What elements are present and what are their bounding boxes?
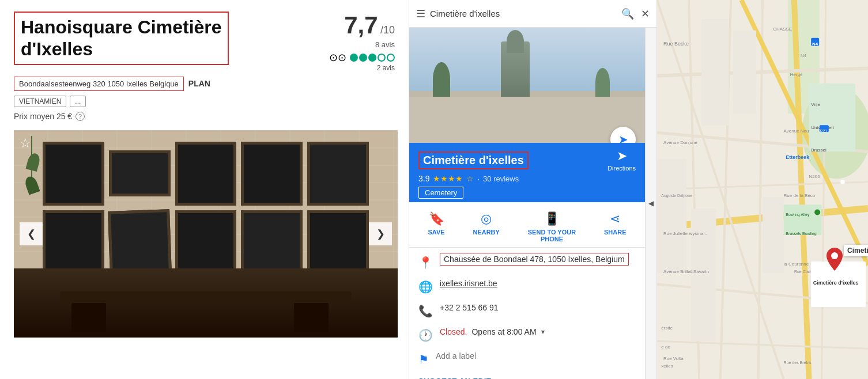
phone-detail-row: 📞 +32 2 515 66 91 — [418, 303, 636, 318]
svg-rect-36 — [809, 84, 856, 151]
clock-icon: 🕐 — [418, 328, 433, 342]
tree-right — [595, 68, 610, 97]
send-phone-icon: 📱 — [544, 211, 560, 226]
map-pin-label: Cimetière d'ixelles — [844, 245, 868, 256]
phone-icon: 📞 — [418, 304, 433, 318]
table-area — [14, 268, 398, 338]
svg-rect-20 — [763, 197, 784, 273]
place-name-box: Cimetière d'ixelles — [418, 151, 529, 169]
rating-block: 7,7 /10 8 avis ⊙⊙ 2 avis — [320, 12, 395, 130]
svg-rect-16 — [701, 19, 729, 125]
reviews-row: 3.9 ★★★★ ☆ · 30 reviews — [418, 174, 636, 183]
website-link[interactable]: ixelles.irisnet.be — [440, 279, 497, 288]
favorite-star-icon[interactable]: ☆ — [20, 136, 31, 151]
svg-text:Auguste Delpone: Auguste Delpone — [661, 194, 692, 198]
rating-avis: 8 avis — [320, 40, 395, 49]
hamburger-menu-icon[interactable]: ☰ — [416, 7, 425, 20]
maps-search-input[interactable] — [430, 9, 617, 18]
directions-label: Directions — [607, 165, 636, 172]
send-to-phone-button[interactable]: 📱 SEND TO YOUR PHONE — [528, 211, 576, 242]
share-icon: ⋖ — [610, 211, 620, 226]
nearby-icon: ◎ — [481, 211, 492, 226]
google-maps-panel: ☰ 🔍 ✕ — [409, 0, 657, 379]
svg-text:e de: e de — [661, 344, 670, 350]
hours-chevron-icon[interactable]: ▾ — [541, 328, 545, 336]
hotel-title: Hanoisquare Cimetière d'Ixelles — [21, 16, 222, 60]
nearby-label: NEARBY — [473, 229, 499, 236]
map-pin[interactable]: Cimetière d'ixelles — [827, 248, 843, 273]
hotel-title-box: Hanoisquare Cimetière d'Ixelles — [14, 12, 229, 65]
add-label-text[interactable]: Add a label — [436, 351, 476, 361]
frame-7 — [108, 209, 172, 275]
save-label: SAVE — [428, 229, 444, 236]
svg-text:la Couronne: la Couronne — [784, 261, 809, 267]
tag-vietnamien[interactable]: VIETNAMIEN — [14, 96, 66, 107]
svg-text:érsite: érsite — [661, 325, 673, 331]
svg-text:Rue de la Beco: Rue de la Beco — [784, 193, 816, 198]
place-rating: 3.9 — [418, 174, 429, 183]
rating-denom: /10 — [380, 24, 395, 36]
save-icon: 🔖 — [429, 211, 444, 226]
prev-photo-button[interactable]: ❮ — [20, 222, 43, 245]
hours-closed: Closed. — [440, 327, 467, 336]
svg-rect-19 — [691, 209, 716, 341]
svg-text:xelles: xelles — [661, 363, 673, 369]
ta-avis: 2 avis — [320, 64, 395, 72]
svg-text:Etterbeek: Etterbeek — [786, 154, 810, 160]
globe-icon: 🌐 — [418, 280, 433, 294]
ta-circle-4 — [378, 54, 386, 62]
next-photo-button[interactable]: ❯ — [369, 222, 392, 245]
info-icon[interactable]: ? — [76, 112, 85, 121]
directions-area[interactable]: ➤ Directions — [607, 149, 636, 172]
place-name: Cimetière d'ixelles — [423, 154, 524, 166]
ground — [409, 91, 645, 143]
half-star-icon: ☆ — [466, 174, 474, 183]
svg-text:N4: N4 — [801, 53, 807, 58]
hours-text: Closed. Opens at 8:00 AM ▾ — [440, 327, 545, 336]
category-tag-row: Cemetery — [418, 183, 636, 199]
svg-point-53 — [840, 180, 845, 184]
map-svg: Rue Becke CHASSE N4 Avenue Donjone Augus… — [657, 0, 868, 379]
tree-left — [433, 62, 450, 97]
frame-5 — [307, 142, 369, 206]
hours-opens: Opens at 8:00 AM — [471, 327, 536, 336]
save-button[interactable]: 🔖 SAVE — [428, 211, 444, 242]
frame-1 — [43, 142, 104, 206]
restaurant-photo — [14, 130, 398, 338]
maps-search-icon[interactable]: 🔍 — [621, 7, 634, 20]
maps-close-icon[interactable]: ✕ — [641, 7, 650, 20]
svg-text:Hergé: Hergé — [790, 72, 803, 77]
collapse-panel-button[interactable]: ◀ — [645, 28, 656, 379]
tripadvisor-logo: ⊙⊙ — [329, 51, 346, 64]
tags-row: VIETNAMIEN ... — [14, 96, 308, 107]
svg-text:Rue Becke: Rue Becke — [663, 41, 689, 47]
map-panel[interactable]: Rue Becke CHASSE N4 Avenue Donjone Augus… — [657, 0, 868, 379]
svg-text:Avenue Donjone: Avenue Donjone — [663, 140, 698, 145]
svg-rect-17 — [733, 31, 756, 114]
hours-detail-row: 🕐 Closed. Opens at 8:00 AM ▾ — [418, 327, 636, 342]
nearby-button[interactable]: ◎ NEARBY — [473, 211, 499, 242]
svg-text:Rue Juliette wysma...: Rue Juliette wysma... — [663, 231, 707, 236]
svg-text:N4: N4 — [812, 41, 818, 47]
share-label: SHARE — [604, 229, 627, 236]
map-background: Rue Becke CHASSE N4 Avenue Donjone Augus… — [657, 0, 868, 379]
flag-icon: ⚑ — [418, 353, 429, 366]
svg-text:R21: R21 — [820, 129, 828, 133]
maps-photo-art — [409, 28, 645, 143]
suggest-edit-link[interactable]: SUGGEST AN EDIT — [418, 377, 491, 379]
location-pin-icon: 📍 — [418, 256, 433, 270]
frame-10 — [307, 210, 369, 274]
address-detail: Chaussée de Boondael 478, 1050 Ixelles, … — [440, 255, 629, 264]
review-count-text: 30 reviews — [483, 175, 519, 183]
svg-point-58 — [831, 252, 838, 259]
action-buttons-row: 🔖 SAVE ◎ NEARBY 📱 SEND TO YOUR PHONE ⋖ S… — [409, 202, 645, 248]
share-button[interactable]: ⋖ SHARE — [604, 211, 627, 242]
address-highlight-box: Chaussée de Boondael 478, 1050 Ixelles, … — [440, 253, 629, 266]
svg-text:Brussel: Brussel — [811, 147, 827, 153]
svg-rect-18 — [657, 159, 686, 272]
maps-header: ☰ 🔍 ✕ — [409, 0, 656, 28]
category-tag[interactable]: Cemetery — [418, 187, 463, 199]
plan-link[interactable]: PLAN — [188, 79, 210, 88]
tag-more[interactable]: ... — [70, 96, 86, 107]
website-detail-row: 🌐 ixelles.irisnet.be — [418, 279, 636, 294]
